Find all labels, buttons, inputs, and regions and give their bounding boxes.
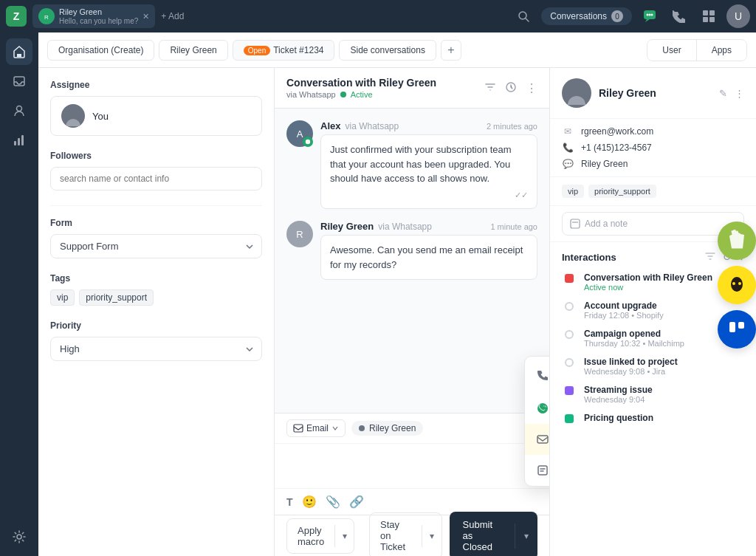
interaction-3-indicator bbox=[562, 358, 577, 367]
phone-icon[interactable] bbox=[667, 4, 691, 28]
tags-label: Tags bbox=[50, 273, 262, 284]
svg-line-3 bbox=[526, 18, 529, 21]
footer: Apply macro ▾ Stay on Ticket ▾ Submit as… bbox=[275, 515, 549, 556]
tab-avatar: R bbox=[38, 8, 55, 24]
followers-label: Followers bbox=[50, 151, 262, 161]
contact-tag-1[interactable]: priority_support bbox=[588, 185, 656, 198]
reply-input-area[interactable] bbox=[275, 444, 549, 488]
assignee-section: Assignee You bbox=[50, 80, 262, 136]
tab-add-button[interactable]: + bbox=[441, 40, 461, 61]
svg-point-35 bbox=[732, 282, 735, 285]
tab-org-create[interactable]: Organisation (Create) bbox=[47, 40, 154, 61]
interaction-5-indicator bbox=[562, 414, 577, 423]
left-panel: Assignee You Followers Form bbox=[38, 68, 275, 556]
stay-dropdown-arrow[interactable]: ▾ bbox=[422, 525, 441, 547]
apply-macro-button[interactable]: Apply macro ▾ bbox=[286, 518, 354, 554]
interaction-5-title: Pricing question bbox=[584, 413, 744, 423]
shopify-app-bubble[interactable] bbox=[718, 222, 756, 260]
note-placeholder[interactable]: Add a note bbox=[585, 219, 628, 229]
tabbar: Organisation (Create) Riley Green OpenTi… bbox=[38, 32, 756, 68]
tab-riley-green[interactable]: Riley Green bbox=[159, 40, 227, 61]
more-icon[interactable]: ⋮ bbox=[526, 81, 537, 95]
submit-dropdown-arrow[interactable]: ▾ bbox=[515, 524, 537, 549]
conversations-button[interactable]: Conversations 0 bbox=[541, 7, 632, 25]
contact-more-icon[interactable]: ⋮ bbox=[735, 88, 744, 99]
edit-icon[interactable]: ✎ bbox=[719, 88, 727, 99]
interaction-4-indicator bbox=[562, 386, 577, 395]
dropdown-email[interactable]: Email bbox=[525, 424, 549, 455]
contact-email-row: ✉ rgreen@work.com bbox=[562, 126, 744, 137]
svg-rect-11 bbox=[703, 17, 708, 22]
assignee-name: You bbox=[92, 111, 109, 122]
reply-type-button[interactable]: Email bbox=[286, 419, 346, 437]
macro-dropdown-arrow[interactable]: ▾ bbox=[334, 525, 354, 547]
svg-rect-20 bbox=[21, 135, 24, 145]
followers-search-input[interactable] bbox=[50, 167, 262, 191]
search-button[interactable] bbox=[512, 4, 535, 28]
message-2-header: Riley Green via Whatsapp 1 minute ago bbox=[320, 221, 537, 232]
add-button[interactable]: + Add bbox=[161, 11, 184, 21]
filter-icon[interactable] bbox=[484, 81, 496, 95]
svg-rect-13 bbox=[17, 54, 21, 57]
chat-icon[interactable] bbox=[638, 4, 662, 28]
tab-subtitle: Hello, can you help me? bbox=[59, 17, 138, 25]
email-info-icon: ✉ bbox=[562, 126, 574, 137]
grid-icon[interactable] bbox=[697, 4, 721, 28]
tab-apps[interactable]: Apps bbox=[697, 40, 746, 61]
stay-on-ticket-button[interactable]: Stay on Ticket ▾ bbox=[369, 512, 442, 556]
trello-app-bubble[interactable] bbox=[718, 310, 756, 349]
dropdown-call[interactable]: Call Enter a number bbox=[525, 357, 549, 393]
submit-as-closed-button[interactable]: Submit as Closed ▾ bbox=[450, 512, 537, 556]
conversation-subtitle: via Whatsapp Active bbox=[286, 90, 436, 99]
mailchimp-app-bubble[interactable] bbox=[718, 266, 756, 304]
svg-rect-29 bbox=[294, 425, 303, 432]
tab-name: Riley Green bbox=[59, 7, 138, 16]
priority-select[interactable]: High bbox=[50, 337, 262, 361]
reply-bottom-toolbar: T 🙂 📎 🔗 bbox=[275, 488, 549, 515]
sidenav-contacts[interactable] bbox=[6, 97, 32, 124]
emoji-icon[interactable]: 🙂 bbox=[302, 495, 317, 509]
assignee-box[interactable]: You bbox=[50, 96, 262, 136]
svg-point-31 bbox=[571, 85, 582, 95]
priority-section: Priority High bbox=[50, 320, 262, 361]
sidenav-settings[interactable] bbox=[6, 524, 32, 550]
email-icon bbox=[535, 432, 549, 447]
stay-label: Stay on Ticket bbox=[370, 513, 422, 556]
tab-ticket[interactable]: OpenTicket #1234 bbox=[233, 40, 335, 61]
browser-tab[interactable]: R Riley Green Hello, can you help me? ✕ bbox=[32, 4, 155, 28]
tab-close[interactable]: ✕ bbox=[142, 12, 149, 21]
svg-rect-37 bbox=[729, 322, 735, 332]
interaction-3: Issue linked to project Wednesday 9:08 •… bbox=[562, 357, 744, 376]
reply-author-tag[interactable]: Riley Green bbox=[351, 421, 423, 436]
tab-user[interactable]: User bbox=[647, 40, 696, 61]
interactions-filter-icon[interactable] bbox=[705, 251, 715, 264]
sidenav-home[interactable] bbox=[6, 38, 32, 65]
dropdown-whatsapp[interactable]: Whatsapp bbox=[525, 393, 549, 424]
svg-rect-9 bbox=[703, 10, 708, 16]
assignee-label: Assignee bbox=[50, 80, 262, 90]
form-select[interactable]: Support Form bbox=[50, 234, 262, 258]
sidenav-reports[interactable] bbox=[6, 127, 32, 154]
user-avatar[interactable]: U bbox=[726, 4, 750, 28]
text-format-icon[interactable]: T bbox=[286, 496, 293, 508]
interaction-4-content: Streaming issue Wednesday 9:04 bbox=[584, 385, 744, 404]
message-1-via: via Whatsapp bbox=[345, 121, 399, 131]
svg-rect-10 bbox=[709, 10, 715, 16]
sidenav-inbox[interactable] bbox=[6, 68, 32, 95]
panels: Assignee You Followers Form bbox=[38, 68, 756, 556]
svg-text:R: R bbox=[44, 14, 49, 21]
form-label: Form bbox=[50, 218, 262, 228]
contact-tag-0[interactable]: vip bbox=[562, 185, 584, 198]
svg-point-23 bbox=[69, 109, 78, 118]
interaction-2-indicator bbox=[562, 330, 577, 339]
svg-point-22 bbox=[66, 119, 80, 126]
tag-vip[interactable]: vip bbox=[50, 289, 75, 306]
contact-whatsapp: Riley Green bbox=[581, 159, 628, 169]
link-icon[interactable]: 🔗 bbox=[349, 495, 364, 509]
history-icon[interactable] bbox=[505, 81, 517, 95]
dropdown-internal-note[interactable]: Internal note bbox=[525, 455, 549, 486]
tab-side-conversations[interactable]: Side conversations bbox=[339, 40, 436, 61]
attachment-icon[interactable]: 📎 bbox=[326, 495, 340, 509]
interaction-3-sub: Wednesday 9:08 • Jira bbox=[584, 367, 744, 376]
tag-priority-support[interactable]: priority_support bbox=[79, 289, 154, 306]
